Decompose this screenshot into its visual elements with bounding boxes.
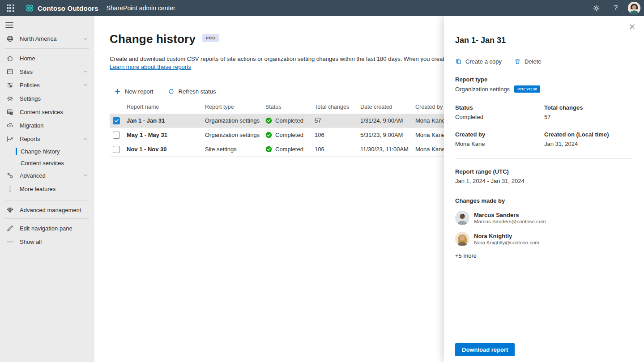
completed-check-icon xyxy=(265,132,272,138)
sidebar-item-content-services[interactable]: Content services xyxy=(0,105,94,119)
row-checkbox[interactable] xyxy=(113,146,120,153)
close-panel-button[interactable] xyxy=(626,21,638,32)
sidebar-item-edit-navigation[interactable]: Edit navigation pane xyxy=(0,221,94,235)
org-brand[interactable]: Contoso Outdoors xyxy=(25,4,98,13)
reports-table: Report name Report type Status Total cha… xyxy=(110,100,465,157)
sidebar-item-advanced[interactable]: Advanced xyxy=(0,169,94,182)
column-header-status[interactable]: Status xyxy=(265,104,315,110)
help-icon: ? xyxy=(614,4,618,12)
org-name: Contoso Outdoors xyxy=(38,4,98,12)
cell-report-name: Jan 1 - Jan 31 xyxy=(127,117,205,124)
refresh-status-label: Refresh status xyxy=(179,88,216,95)
sidebar-item-sites[interactable]: Sites xyxy=(0,65,94,78)
sharepoint-admin-screen: Contoso Outdoors SharePoint admin center… xyxy=(0,0,644,362)
sidebar-item-settings[interactable]: Settings xyxy=(0,92,94,105)
sidebar-item-reports-content-services[interactable]: Content services xyxy=(0,157,94,169)
sidebar-item-label: Change history xyxy=(21,148,60,155)
person-name: Marcus Sanders xyxy=(474,212,546,218)
advanced-icon xyxy=(6,172,14,179)
sidebar-item-label: Home xyxy=(20,55,35,62)
diamond-icon xyxy=(6,206,14,214)
sidebar-item-home[interactable]: Home xyxy=(0,51,94,65)
cell-report-type: Site settings xyxy=(205,146,265,153)
page-title: Change history xyxy=(110,32,196,46)
policies-icon xyxy=(6,81,14,89)
column-header-report-type[interactable]: Report type xyxy=(205,104,265,110)
sidebar-item-label: More features xyxy=(20,186,55,192)
globe-icon xyxy=(6,35,14,43)
sidebar-item-change-history[interactable]: Change history xyxy=(0,145,94,157)
cell-status: Completed xyxy=(275,132,303,138)
pencil-icon xyxy=(6,225,14,232)
column-header-date-created[interactable]: Date created xyxy=(360,104,415,110)
top-bar: Contoso Outdoors SharePoint admin center… xyxy=(0,0,644,16)
delete-button[interactable]: Delete xyxy=(514,58,542,65)
table-row[interactable]: Jan 1 - Jan 31 Organization settings Com… xyxy=(110,114,465,128)
download-report-button[interactable]: Download report xyxy=(455,343,515,356)
panel-title: Jan 1- Jan 31 xyxy=(455,36,633,45)
app-launcher-button[interactable] xyxy=(0,0,21,16)
cell-report-type: Organization settings xyxy=(205,117,265,124)
collapse-nav-button[interactable] xyxy=(0,16,20,31)
left-navigation: North America Home Sites Policies Settin… xyxy=(0,16,94,362)
person-list-item[interactable]: Marcus Sanders Marcus.Sanders@contoso.co… xyxy=(455,211,633,225)
sidebar-item-reports[interactable]: Reports xyxy=(0,132,94,145)
sidebar-item-show-all[interactable]: Show all xyxy=(0,235,94,248)
sites-icon xyxy=(6,68,14,76)
person-list-item[interactable]: Nora Knightly Nora.Knightly@contoso.com xyxy=(455,232,633,246)
chevron-down-icon xyxy=(83,173,88,178)
completed-check-icon xyxy=(265,146,272,153)
reports-icon xyxy=(6,135,14,143)
report-type-value: Organization settings xyxy=(455,86,510,93)
nav-divider xyxy=(5,48,89,49)
selected-indicator xyxy=(16,159,17,166)
plus-icon xyxy=(114,88,121,95)
changes-made-by-label: Changes made by xyxy=(455,197,633,204)
settings-gear-button[interactable] xyxy=(589,0,604,16)
contoso-logo-icon xyxy=(25,4,34,13)
column-header-report-name[interactable]: Report name xyxy=(127,104,205,110)
panel-divider xyxy=(455,158,633,159)
delete-label: Delete xyxy=(525,58,542,65)
more-features-icon xyxy=(6,185,14,193)
show-more-people-link[interactable]: +5 more xyxy=(455,252,633,259)
row-checkbox[interactable] xyxy=(113,132,120,139)
ellipsis-icon xyxy=(6,238,14,246)
cell-date-created: 11/30/23, 11:00AM xyxy=(360,146,415,153)
migration-icon xyxy=(6,122,14,129)
table-row[interactable]: May 1 - May 31 Organization settings Com… xyxy=(110,128,465,142)
sidebar-item-label: Content services xyxy=(21,160,64,166)
cell-report-name: May 1 - May 31 xyxy=(127,132,205,138)
sidebar-item-label: Reports xyxy=(20,136,40,142)
cell-report-name: Nov 1 - Nov 30 xyxy=(127,146,205,153)
sidebar-item-label: Sites xyxy=(20,68,33,75)
refresh-status-button[interactable]: Refresh status xyxy=(168,88,216,95)
total-changes-label: Total changes xyxy=(544,104,633,111)
person-avatar-icon xyxy=(455,232,469,246)
sidebar-item-label: Edit navigation pane xyxy=(20,225,73,232)
cell-status: Completed xyxy=(275,117,303,124)
chevron-up-icon xyxy=(83,136,88,141)
account-avatar[interactable] xyxy=(628,2,640,14)
row-checkbox-checked[interactable] xyxy=(113,117,120,124)
pro-badge: PRO xyxy=(202,34,219,42)
created-on-value: Jan 31, 2024 xyxy=(544,141,633,147)
new-report-button[interactable]: New report xyxy=(114,88,154,95)
cell-date-created: 1/31/24, 9:00AM xyxy=(360,117,415,124)
sidebar-item-more-features[interactable]: More features xyxy=(0,182,94,196)
status-value: Completed xyxy=(455,114,544,120)
learn-more-link[interactable]: Learn more about these reports xyxy=(110,64,191,70)
create-copy-button[interactable]: Create a copy xyxy=(455,58,502,65)
column-header-total-changes[interactable]: Total changes xyxy=(315,104,360,110)
refresh-icon xyxy=(168,88,175,95)
user-avatar-icon xyxy=(628,2,640,14)
sidebar-item-advanced-management[interactable]: Advanced management xyxy=(0,203,94,217)
table-row[interactable]: Nov 1 - Nov 30 Site settings Completed 1… xyxy=(110,142,465,157)
region-selector[interactable]: North America xyxy=(0,31,94,47)
sidebar-item-migration[interactable]: Migration xyxy=(0,119,94,132)
sidebar-item-policies[interactable]: Policies xyxy=(0,78,94,92)
help-button[interactable]: ? xyxy=(608,0,623,16)
cell-status: Completed xyxy=(275,146,303,153)
preview-badge: PREVIEW xyxy=(514,85,540,93)
table-header-row: Report name Report type Status Total cha… xyxy=(110,100,465,114)
